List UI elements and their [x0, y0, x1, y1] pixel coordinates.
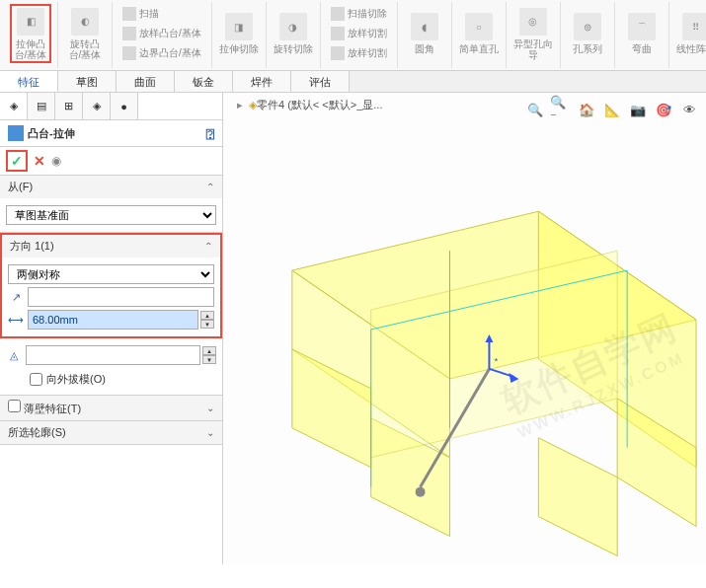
direction-arrow-icon[interactable]: ↗ [8, 289, 24, 305]
preview-icon[interactable]: ◉ [51, 154, 61, 168]
hole-simple-button[interactable]: ○ 简单直孔 [458, 4, 500, 63]
spinner-up[interactable]: ▲ [202, 346, 216, 355]
ribbon-toolbar: ◧ 拉伸凸台/基体 ◐ 旋转凸台/基体 扫描 放样凸台/基体 边界凸台/基体 ◨… [0, 0, 706, 71]
spinner-up[interactable]: ▲ [200, 311, 214, 320]
revolve-cut-button[interactable]: ◑ 旋转切除 [273, 4, 314, 63]
view-orientation-button[interactable]: 🏠 [576, 99, 597, 120]
tab-evaluate[interactable]: 评估 [291, 71, 350, 92]
contours-header[interactable]: 所选轮廓(S) ⌄ [0, 421, 222, 444]
loft-icon [122, 27, 136, 40]
depth-input[interactable] [28, 310, 198, 330]
hole-simple-label: 简单直孔 [459, 43, 499, 54]
direction-section: 方向 1(1) ⌃ 两侧对称 ↗ ⟷ ▲ ▼ [0, 233, 222, 396]
depth-spinner: ▲ ▼ [200, 311, 214, 329]
direction-header[interactable]: 方向 1(1) ⌃ [0, 233, 222, 257]
direction-label: 方向 1(1) [10, 239, 54, 254]
linear-pattern-button[interactable]: ⠿ 线性阵列 [675, 4, 706, 63]
part-name[interactable]: 零件4 (默认< <默认>_显... [257, 98, 382, 112]
hole-wizard-icon: ◎ [519, 8, 547, 36]
scene-button[interactable]: 🎯 [653, 99, 674, 120]
panel-title-bar: 凸台-拉伸 ⍰ [0, 120, 222, 147]
svg-text:*: * [494, 355, 498, 366]
draft-outward-row: 向外拔模(O) [6, 368, 216, 391]
revolve-boss-button[interactable]: ◐ 旋转凸台/基体 [64, 4, 106, 63]
breadcrumb-arrow-icon[interactable]: ▸ [237, 99, 243, 111]
expand-icon: ⌄ [206, 403, 214, 413]
loft-cut-button[interactable]: 放样切割 [327, 26, 391, 41]
3d-viewport[interactable]: ▸ ◈ 零件4 (默认< <默认>_显... 🔍 🔍⁻ 🏠 📐 📷 🎯 👁 [223, 93, 706, 564]
hide-show-button[interactable]: 👁 [678, 99, 700, 120]
draft-angle-input[interactable] [26, 345, 200, 365]
loft-button[interactable]: 放样凸台/基体 [118, 26, 205, 41]
tab-surfaces[interactable]: 曲面 [117, 71, 175, 92]
tab-features[interactable]: 特征 [0, 71, 58, 92]
tab-weldments[interactable]: 焊件 [233, 71, 291, 92]
section-view-button[interactable]: 📷 [627, 99, 649, 120]
boss-extrude-icon [8, 125, 24, 141]
direction-vector-input[interactable] [28, 287, 214, 307]
panel-nav-appearance[interactable]: ● [111, 93, 138, 119]
extrude-cut-icon: ◨ [225, 13, 253, 40]
cancel-button[interactable]: ✕ [34, 153, 45, 169]
pattern-icon: ⠿ [682, 13, 706, 40]
hole-series-button[interactable]: ⊚ 孔系列 [567, 4, 608, 63]
zoom-area-button[interactable]: 🔍⁻ [550, 99, 572, 120]
tab-sheetmetal[interactable]: 钣金 [175, 71, 233, 92]
bend-button[interactable]: ⌒ 弯曲 [621, 4, 663, 63]
from-header[interactable]: 从(F) ⌃ [0, 176, 222, 198]
property-panel: ◈ ▤ ⊞ ◈ ● 凸台-拉伸 ⍰ ✓ ✕ ◉ 从(F) ⌃ [0, 93, 223, 564]
draft-outward-checkbox[interactable] [30, 373, 42, 386]
sweep-button[interactable]: 扫描 [118, 6, 205, 22]
hole-series-label: 孔系列 [573, 43, 602, 54]
draft-angle-icon[interactable]: ◬ [6, 347, 22, 363]
help-icon[interactable]: ⍰ [206, 126, 214, 141]
panel-nav-config[interactable]: ⊞ [55, 93, 83, 119]
boundary-icon [122, 46, 136, 60]
viewport-toolbar: 🔍 🔍⁻ 🏠 📐 📷 🎯 👁 [524, 99, 700, 120]
bend-label: 弯曲 [632, 43, 652, 54]
extrude-boss-button[interactable]: ◧ 拉伸凸台/基体 [10, 4, 51, 63]
direction-type-select[interactable]: 两侧对称 [8, 264, 214, 284]
hole-wizard-button[interactable]: ◎ 异型孔向导 [512, 4, 554, 63]
panel-actions: ✓ ✕ ◉ [0, 147, 222, 176]
svg-marker-7 [538, 438, 617, 556]
tab-sketch[interactable]: 草图 [58, 71, 117, 92]
bend-icon: ⌒ [628, 13, 656, 40]
boundary-button[interactable]: 边界凸台/基体 [118, 45, 205, 61]
loft-cut-icon [331, 27, 345, 40]
contours-section: 所选轮廓(S) ⌄ [0, 421, 222, 445]
panel-nav-coord[interactable]: ◈ [83, 93, 111, 119]
extrude-cut-button[interactable]: ◨ 拉伸切除 [218, 4, 260, 63]
extrude-boss-label: 拉伸凸台/基体 [12, 38, 49, 60]
thin-feature-header[interactable]: 薄壁特征(T) ⌄ [0, 396, 222, 420]
draft-spinner: ▲ ▼ [202, 346, 216, 364]
ok-button[interactable]: ✓ [6, 150, 28, 172]
extrude-icon: ◧ [17, 8, 44, 36]
from-select[interactable]: 草图基准面 [6, 205, 216, 225]
panel-nav-feature[interactable]: ◈ [0, 93, 28, 119]
revolve-icon: ◐ [71, 8, 99, 36]
contours-label: 所选轮廓(S) [8, 425, 66, 440]
boundary-cut-button[interactable]: 放样切割 [327, 45, 391, 61]
thin-feature-section: 薄壁特征(T) ⌄ [0, 396, 222, 421]
hole-series-icon: ⊚ [574, 13, 601, 40]
zoom-fit-button[interactable]: 🔍 [524, 99, 546, 120]
revolve-cut-icon: ◑ [279, 13, 307, 40]
feature-tabs: 特征 草图 曲面 钣金 焊件 评估 [0, 71, 706, 93]
sweep-cut-button[interactable]: 扫描切除 [327, 6, 391, 22]
display-style-button[interactable]: 📐 [601, 99, 623, 120]
draft-outward-label: 向外拔模(O) [46, 372, 106, 387]
thin-feature-label: 薄壁特征(T) [24, 403, 81, 414]
revolve-boss-label: 旋转凸台/基体 [64, 38, 106, 60]
extrude-cut-label: 拉伸切除 [219, 43, 259, 54]
spinner-down[interactable]: ▼ [202, 355, 216, 364]
panel-nav-list[interactable]: ▤ [28, 93, 55, 119]
from-label: 从(F) [8, 180, 33, 194]
fillet-label: 圆角 [415, 43, 434, 54]
hole-wizard-label: 异型孔向导 [512, 38, 554, 60]
fillet-button[interactable]: ◖ 圆角 [404, 4, 445, 63]
thin-feature-checkbox[interactable] [8, 400, 21, 412]
sweep-cut-icon [331, 7, 345, 21]
spinner-down[interactable]: ▼ [200, 320, 214, 329]
collapse-icon: ⌃ [204, 241, 212, 252]
